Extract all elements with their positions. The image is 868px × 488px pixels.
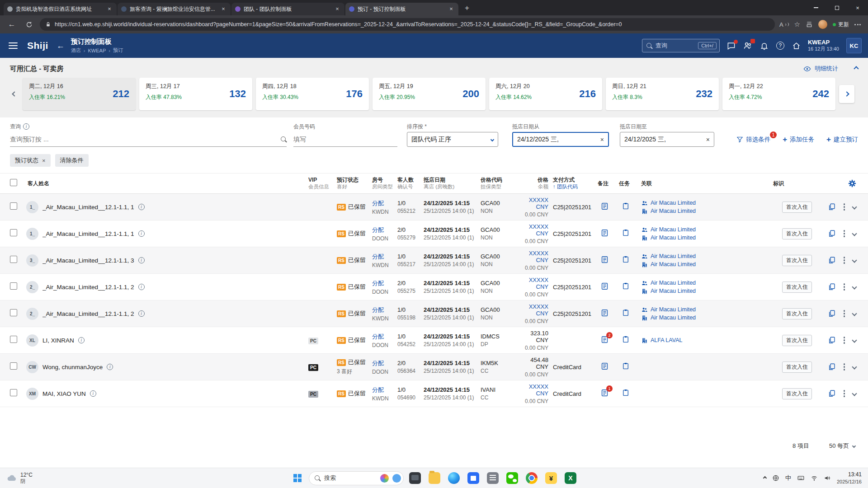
expand-row-icon[interactable] [852, 231, 857, 236]
new-tab-button[interactable]: + [461, 3, 473, 14]
guest-name[interactable]: _Air_Macau_Limited__12.1-1.1, 1 [42, 204, 134, 211]
availability-card[interactable]: 周四, 12月 18 入住率 30.43% 176 [256, 78, 369, 110]
tasks-clipboard-icon[interactable] [622, 255, 630, 263]
browser-update-button[interactable]: 更新 [833, 21, 849, 28]
notes-icon[interactable] [600, 282, 609, 291]
page-size-select[interactable]: 50 每页 [829, 442, 855, 450]
cards-next-button[interactable] [839, 85, 854, 103]
linked-profile-name[interactable]: Air Macau Limited [651, 306, 696, 313]
maximize-button[interactable] [826, 0, 847, 15]
profiles-icon[interactable] [743, 41, 752, 50]
home-icon[interactable] [792, 42, 801, 50]
help-icon[interactable]: ? [776, 42, 784, 50]
notes-icon[interactable] [600, 229, 609, 237]
row-checkbox[interactable] [10, 256, 17, 263]
linked-profile-line[interactable]: Air Macau Limited [641, 280, 773, 286]
notes-icon[interactable] [600, 255, 609, 264]
edge-browser-icon[interactable] [446, 470, 462, 486]
tab-close-icon[interactable]: × [106, 5, 113, 13]
add-task-button[interactable]: 添加任务 [783, 136, 814, 144]
linked-company-name[interactable]: Air Macau Limited [651, 208, 696, 214]
price-value[interactable]: XXXXX CNY [521, 223, 548, 237]
tasks-clipboard-icon[interactable] [622, 362, 630, 370]
tray-expand-icon[interactable] [764, 477, 766, 479]
cards-prev-icon[interactable] [10, 92, 19, 96]
expand-row-icon[interactable] [852, 391, 857, 396]
arrival-from-input[interactable]: × [512, 132, 609, 147]
notes-icon[interactable]: 1 [600, 389, 609, 397]
col-status[interactable]: 预订状态 [337, 176, 372, 183]
expand-row-icon[interactable] [852, 338, 857, 343]
guest-info-icon[interactable]: i [78, 337, 85, 343]
excel-icon[interactable] [562, 470, 579, 486]
copy-reservation-icon[interactable] [828, 230, 836, 238]
copy-reservation-icon[interactable] [828, 203, 836, 211]
back-button[interactable]: ← [5, 18, 18, 31]
linked-profile-line[interactable]: Air Macau Limited [641, 253, 773, 260]
col-rate[interactable]: 价格代码 [481, 176, 521, 183]
col-vip[interactable]: VIP [308, 176, 337, 183]
price-value[interactable]: 323.10 CNY [521, 330, 548, 343]
wechat-icon[interactable] [504, 470, 520, 486]
minimize-button[interactable] [806, 0, 826, 15]
member-number-input[interactable] [293, 136, 397, 143]
tab-close-icon[interactable]: × [334, 5, 341, 13]
availability-card[interactable]: 周一, 12月 22 入住率 4.72% 242 [722, 78, 835, 110]
more-actions-icon[interactable] [844, 310, 845, 317]
copy-reservation-icon[interactable] [828, 389, 836, 398]
browser-menu-icon[interactable] [854, 24, 861, 25]
table-settings-gear-icon[interactable] [848, 179, 856, 188]
tasks-clipboard-icon[interactable] [622, 389, 630, 397]
microsoft-store-icon[interactable] [465, 470, 481, 486]
availability-card[interactable]: 周日, 12月 21 入住率 8.3% 232 [606, 78, 719, 110]
notes-icon[interactable] [600, 202, 609, 211]
taskbar-clock[interactable]: 13:41 2025/12/16 [837, 471, 862, 485]
linked-company-name[interactable]: Air Macau Limited [651, 314, 696, 321]
guest-info-icon[interactable]: i [138, 230, 145, 237]
price-value[interactable]: XXXXX CNY [521, 303, 548, 317]
linked-company-line[interactable]: Air Macau Limited [641, 288, 773, 295]
collapse-summary-icon[interactable] [854, 66, 859, 71]
linked-company-line[interactable]: Air Macau Limited [641, 314, 773, 321]
finance-app-icon[interactable] [543, 470, 559, 486]
clear-filters-chip[interactable]: 清除条件 [55, 154, 89, 167]
taskbar-search-box[interactable]: 搜索 [309, 471, 404, 485]
search-icon[interactable] [281, 136, 287, 142]
copy-reservation-icon[interactable] [828, 363, 836, 371]
copy-reservation-icon[interactable] [828, 336, 836, 344]
col-guests[interactable]: 客人数 [397, 176, 424, 183]
row-checkbox[interactable] [10, 202, 17, 210]
availability-card[interactable]: 周二, 12月 16 入住率 16.21% 212 [23, 78, 136, 110]
create-reservation-button[interactable]: 建立预订 [826, 136, 858, 144]
clear-date-icon[interactable]: × [600, 136, 604, 143]
expand-row-icon[interactable] [852, 204, 857, 209]
assign-room-link[interactable]: 分配 [372, 280, 384, 286]
guest-name[interactable]: _Air_Macau_Limited__12.1-1.1, 2 [42, 310, 134, 317]
linked-company-line[interactable]: Air Macau Limited [641, 208, 773, 215]
col-guest-name[interactable]: 客人姓名 [28, 180, 308, 187]
price-value[interactable]: XXXXX CNY [521, 383, 548, 397]
more-actions-icon[interactable] [844, 203, 845, 211]
guest-name[interactable]: Wong, chunmanJoyce [42, 364, 103, 371]
globe-network-icon[interactable] [772, 474, 779, 482]
expand-row-icon[interactable] [852, 364, 857, 369]
query-input[interactable] [10, 136, 277, 143]
linked-company-line[interactable]: Air Macau Limited [641, 235, 773, 241]
browser-profile-avatar[interactable] [818, 20, 827, 29]
col-arrival[interactable]: 抵店日期 [424, 176, 481, 183]
expand-row-icon[interactable] [852, 258, 857, 263]
address-bar[interactable]: https://cn1.web.ep.shiji.world/individua… [40, 18, 775, 31]
browser-tab-3[interactable]: 团队 - 团队控制面板 × [231, 3, 344, 15]
reservation-row[interactable]: XM MAI, XIAO YUN i PC RS 已保留 分配 KWDN 1/0 [0, 380, 868, 407]
remote-desktop-icon[interactable] [407, 470, 423, 486]
price-value[interactable]: 454.48 CNY [521, 357, 548, 370]
linked-profile-name[interactable]: ALFA LAVAL [651, 337, 682, 343]
detail-stats-link[interactable]: 明细统计 [815, 65, 838, 73]
row-checkbox[interactable] [10, 309, 17, 316]
guest-info-icon[interactable]: i [138, 310, 145, 317]
linked-profile-line[interactable]: Air Macau Limited [641, 306, 773, 313]
linked-profile-line[interactable]: Air Macau Limited [641, 200, 773, 206]
guest-info-icon[interactable]: i [138, 204, 145, 210]
clear-date-icon[interactable]: × [706, 136, 710, 143]
linked-company-line[interactable]: Air Macau Limited [641, 261, 773, 268]
